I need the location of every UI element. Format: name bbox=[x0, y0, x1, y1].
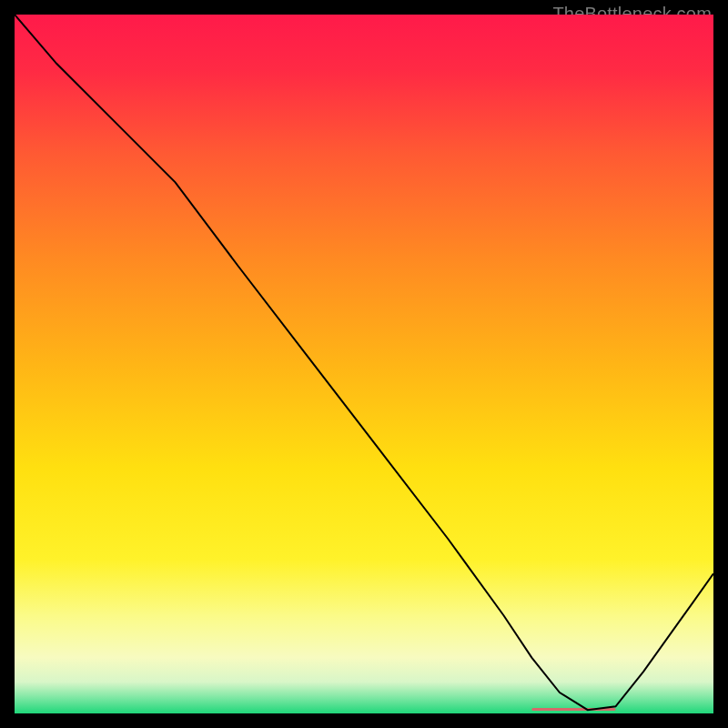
chart-container: TheBottleneck.com bbox=[0, 0, 728, 728]
chart-svg bbox=[15, 15, 713, 713]
plot-area bbox=[15, 15, 713, 713]
gradient-background bbox=[15, 15, 713, 713]
